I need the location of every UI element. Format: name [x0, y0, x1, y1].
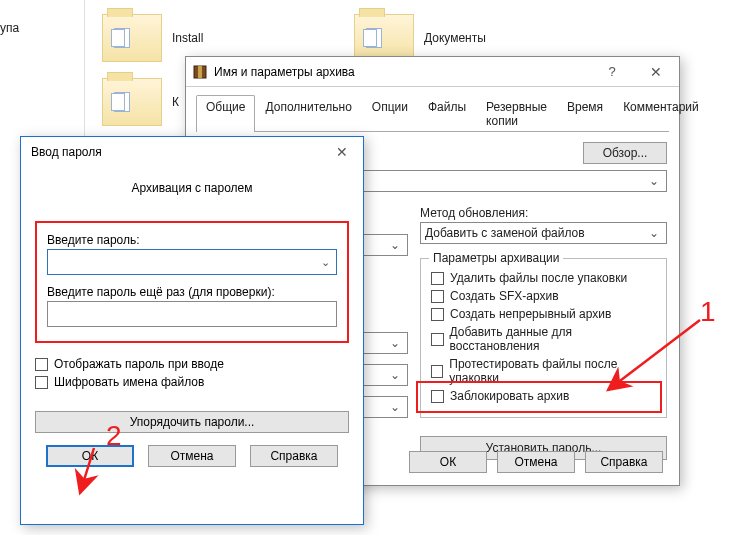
close-icon: ✕	[336, 144, 348, 160]
titlebar[interactable]: Имя и параметры архива ? ✕	[186, 57, 679, 87]
chevron-down-icon: ⌄	[387, 238, 403, 252]
folder-item[interactable]: К	[102, 78, 179, 126]
chk-label: Шифровать имена файлов	[54, 375, 204, 389]
help-button[interactable]: Справка	[585, 451, 663, 473]
cancel-button[interactable]: Отмена	[497, 451, 575, 473]
checkbox-icon	[35, 376, 48, 389]
checkbox-icon	[431, 308, 444, 321]
folder-item[interactable]: Документы	[354, 14, 486, 62]
chevron-down-icon: ⌄	[387, 336, 403, 350]
dialog-body: Архивация с паролем Введите пароль: ⌄ Вв…	[21, 167, 363, 479]
dialog-title: Имя и параметры архива	[214, 65, 590, 79]
chk-show-password[interactable]: Отображать пароль при вводе	[35, 357, 349, 371]
folder-icon	[354, 14, 414, 62]
cancel-button[interactable]: Отмена	[148, 445, 236, 467]
close-button[interactable]: ✕	[322, 138, 362, 167]
chk-recovery[interactable]: Добавить данные для восстановления	[431, 325, 656, 353]
reenter-password-label: Введите пароль ещё раз (для проверки):	[47, 285, 337, 299]
browse-button[interactable]: Обзор...	[583, 142, 667, 164]
close-button[interactable]: ✕	[634, 57, 678, 86]
password-input[interactable]: ⌄	[47, 249, 337, 275]
chk-label: Добавить данные для восстановления	[450, 325, 656, 353]
checkbox-icon	[431, 365, 443, 378]
chk-encrypt-names[interactable]: Шифровать имена файлов	[35, 375, 349, 389]
chk-label: Отображать пароль при вводе	[54, 357, 224, 371]
svg-rect-1	[198, 66, 202, 78]
chk-solid[interactable]: Создать непрерывный архив	[431, 307, 656, 321]
chevron-down-icon: ⌄	[387, 368, 403, 382]
folder-item[interactable]: Install	[102, 14, 203, 62]
enter-password-label: Введите пароль:	[47, 233, 337, 247]
help-button[interactable]: ?	[590, 57, 634, 86]
tab-backup[interactable]: Резервные копии	[476, 95, 557, 132]
folder-label: Документы	[424, 31, 486, 45]
chk-delete-after[interactable]: Удалить файлы после упаковки	[431, 271, 656, 285]
tab-general[interactable]: Общие	[196, 95, 255, 132]
dialog-title: Ввод пароля	[27, 145, 322, 159]
update-method-value: Добавить с заменой файлов	[425, 226, 585, 240]
password-dialog: Ввод пароля ✕ Архивация с паролем Введит…	[20, 136, 364, 525]
tab-bar: Общие Дополнительно Опции Файлы Резервны…	[196, 95, 669, 132]
chevron-down-icon: ⌄	[315, 256, 336, 269]
checkbox-icon	[431, 333, 444, 346]
folder-label: Install	[172, 31, 203, 45]
tab-advanced[interactable]: Дополнительно	[255, 95, 361, 132]
annotation-frame-1	[416, 381, 662, 413]
tab-files[interactable]: Файлы	[418, 95, 476, 132]
partial-folder-label: упа	[0, 21, 19, 35]
app-icon	[192, 64, 208, 80]
chk-label: Создать SFX-архив	[450, 289, 559, 303]
dialog-footer: ОК Отмена Справка	[409, 451, 663, 473]
chk-sfx[interactable]: Создать SFX-архив	[431, 289, 656, 303]
folder-icon	[102, 14, 162, 62]
checkbox-icon	[431, 272, 444, 285]
titlebar[interactable]: Ввод пароля ✕	[21, 137, 363, 167]
organize-passwords-button[interactable]: Упорядочить пароли...	[35, 411, 349, 433]
help-button[interactable]: Справка	[250, 445, 338, 467]
chk-label: Создать непрерывный архив	[450, 307, 611, 321]
checkbox-icon	[35, 358, 48, 371]
folder-label: К	[172, 95, 179, 109]
folder-icon	[102, 78, 162, 126]
chevron-down-icon: ⌄	[387, 400, 403, 414]
chevron-down-icon: ⌄	[646, 226, 662, 240]
archive-params-legend: Параметры архивации	[429, 251, 563, 265]
tab-time[interactable]: Время	[557, 95, 613, 132]
annotation-number-2: 2	[106, 420, 122, 452]
chevron-down-icon: ⌄	[646, 174, 662, 188]
chk-label: Удалить файлы после упаковки	[450, 271, 627, 285]
checkbox-icon	[431, 290, 444, 303]
update-method-label: Метод обновления:	[420, 206, 667, 220]
close-icon: ✕	[650, 64, 662, 80]
tab-comment[interactable]: Комментарий	[613, 95, 709, 132]
password-subtitle: Архивация с паролем	[35, 181, 349, 195]
annotation-frame-2: Введите пароль: ⌄ Введите пароль ещё раз…	[35, 221, 349, 343]
ok-button[interactable]: ОК	[409, 451, 487, 473]
update-method-select[interactable]: Добавить с заменой файлов ⌄	[420, 222, 667, 244]
tab-options[interactable]: Опции	[362, 95, 418, 132]
annotation-number-1: 1	[700, 296, 716, 328]
password-confirm-input[interactable]	[47, 301, 337, 327]
